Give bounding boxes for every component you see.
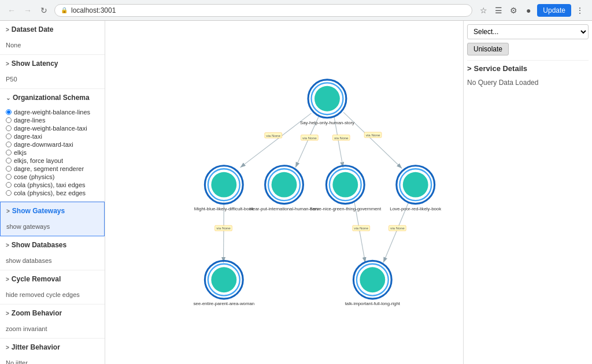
- radio-dagre-downward-taxi[interactable]: [6, 142, 12, 147]
- radio-cola-bez[interactable]: [6, 190, 12, 196]
- node-n4-inner[interactable]: [403, 172, 428, 198]
- zoom-behavior-value: zoom invariant: [6, 324, 99, 333]
- url-text: localhost:3001: [71, 6, 116, 14]
- address-bar: 🔒 localhost:3001: [54, 4, 472, 17]
- show-latency-section: > Show Latency P50: [0, 55, 105, 89]
- node-n5-label: see-entire-parent-area-woman: [193, 301, 254, 306]
- radio-elkjs[interactable]: [6, 150, 12, 155]
- zoom-behavior-content: zoom invariant: [0, 322, 105, 338]
- unisolate-button[interactable]: Unisolate: [467, 43, 509, 55]
- bookmark-icon[interactable]: ☆: [477, 4, 490, 17]
- zoom-behavior-header[interactable]: > Zoom Behavior: [0, 304, 105, 322]
- node-n6-label: talk-important-full-long-right: [345, 301, 401, 306]
- sidebar: > Dataset Date None > Show Latency P50 ⌄…: [0, 21, 105, 364]
- radio-item-cose[interactable]: cose (physics): [6, 173, 99, 180]
- extensions-icon[interactable]: ⚙: [507, 4, 520, 17]
- back-button[interactable]: ←: [6, 5, 17, 16]
- radio-item-cola-taxi[interactable]: cola (physics), taxi edges: [6, 181, 99, 188]
- radio-dagre-segment[interactable]: [6, 166, 12, 172]
- show-gateways-header[interactable]: > Show Gateways: [1, 202, 104, 220]
- service-details-label: Service Details: [474, 64, 528, 73]
- node-root-inner[interactable]: [314, 86, 340, 112]
- node-n2-inner[interactable]: [272, 172, 297, 198]
- jitter-behavior-content: No jitter: [0, 356, 105, 364]
- radio-dagre-lines[interactable]: [6, 117, 12, 123]
- radio-item-cola-bez[interactable]: cola (physics), bez edges: [6, 190, 99, 196]
- show-gateways-content: show gateways: [1, 220, 104, 236]
- lock-icon: 🔒: [61, 7, 68, 13]
- radio-item-dagre-weight-balance-lines[interactable]: dagre-weight-balance-lines: [6, 109, 99, 116]
- node-n1-label: Might-blue-likely-difficult-book: [194, 206, 254, 211]
- edge-label-root-n1: via None: [266, 133, 280, 138]
- radio-item-elkjs[interactable]: elkjs: [6, 149, 99, 156]
- cycle-removal-content: hide removed cycle edges: [0, 288, 105, 304]
- node-n3-inner[interactable]: [332, 172, 358, 198]
- radio-dagre-taxi[interactable]: [6, 133, 12, 139]
- jitter-behavior-section: > Jitter Behavior No jitter: [0, 339, 105, 364]
- cycle-removal-arrow: >: [6, 276, 9, 283]
- profile-icon[interactable]: ●: [522, 4, 535, 17]
- jitter-behavior-arrow: >: [6, 344, 9, 351]
- radio-elkjs-force[interactable]: [6, 158, 12, 164]
- show-latency-value: P50: [6, 75, 99, 84]
- dataset-date-arrow: >: [6, 27, 9, 33]
- org-schema-content: dagre-weight-balance-lines dagre-lines d…: [0, 106, 105, 201]
- org-schema-label: Organizational Schema: [13, 94, 90, 102]
- graph-area[interactable]: via None via None via None via None via …: [105, 21, 464, 364]
- forward-button[interactable]: →: [22, 5, 34, 16]
- no-query-data-text: No Query Data Loaded: [467, 76, 589, 89]
- show-gateways-label: Show Gateways: [12, 207, 65, 215]
- reload-button[interactable]: ↻: [38, 5, 50, 16]
- zoom-behavior-section: > Zoom Behavior zoom invariant: [0, 304, 105, 339]
- service-details-header[interactable]: > Service Details: [467, 60, 589, 76]
- update-button[interactable]: Update: [537, 4, 571, 17]
- radio-item-dagre-taxi[interactable]: dagre-taxi: [6, 133, 99, 140]
- show-latency-content: P50: [0, 72, 105, 88]
- node-n1-inner[interactable]: [211, 172, 236, 198]
- browser-chrome: ← → ↻ 🔒 localhost:3001 ☆ ☰ ⚙ ● Update ⋮: [0, 0, 592, 21]
- dataset-date-label: Dataset Date: [12, 25, 54, 34]
- node-n6-inner[interactable]: [360, 267, 385, 292]
- org-schema-section: ⌄ Organizational Schema dagre-weight-bal…: [0, 89, 105, 202]
- node-n5-inner[interactable]: [211, 267, 236, 292]
- org-schema-header[interactable]: ⌄ Organizational Schema: [0, 89, 105, 106]
- radio-item-dagre-weight-balance-taxi[interactable]: dagre-weight-balance-taxi: [6, 125, 99, 132]
- edge-label-n1-n5: via None: [216, 226, 231, 230]
- zoom-behavior-label: Zoom Behavior: [12, 309, 62, 317]
- show-gateways-arrow: >: [6, 208, 10, 214]
- edge-label-root-n4: via None: [366, 133, 380, 137]
- jitter-behavior-value: No jitter: [6, 358, 99, 364]
- graph-svg: via None via None via None via None via …: [105, 21, 463, 364]
- radio-item-dagre-segment[interactable]: dagre, segment renderer: [6, 165, 99, 172]
- radio-item-dagre-downward-taxi[interactable]: dagre-downward-taxi: [6, 141, 99, 148]
- node-n4-label: Love-poor-red-likely-book: [390, 206, 441, 211]
- show-latency-arrow: >: [6, 61, 9, 67]
- jitter-behavior-header[interactable]: > Jitter Behavior: [0, 339, 105, 356]
- radio-cose[interactable]: [6, 174, 12, 180]
- show-latency-label: Show Latency: [12, 60, 58, 68]
- show-databases-header[interactable]: > Show Databases: [0, 236, 105, 254]
- star-icon[interactable]: ☰: [492, 4, 505, 17]
- menu-icon[interactable]: ⋮: [574, 4, 586, 17]
- dataset-date-section: > Dataset Date None: [0, 21, 105, 55]
- show-databases-content: show databases: [0, 254, 105, 270]
- radio-cola-taxi[interactable]: [6, 182, 12, 188]
- radio-item-dagre-lines[interactable]: dagre-lines: [6, 117, 99, 124]
- show-databases-section: > Show Databases show databases: [0, 236, 105, 270]
- dataset-date-content: None: [0, 38, 105, 54]
- edge-label-n4-n6: via None: [390, 226, 405, 230]
- cycle-removal-header[interactable]: > Cycle Removal: [0, 270, 105, 288]
- cycle-removal-section: > Cycle Removal hide removed cycle edges: [0, 270, 105, 304]
- show-gateways-value: show gateways: [6, 222, 98, 231]
- show-latency-header[interactable]: > Show Latency: [0, 55, 105, 72]
- edge-label-n3-n6: via None: [354, 226, 368, 230]
- dataset-date-header[interactable]: > Dataset Date: [0, 21, 105, 38]
- org-schema-radio-group: dagre-weight-balance-lines dagre-lines d…: [6, 109, 99, 196]
- radio-dagre-weight-balance-lines[interactable]: [6, 109, 12, 115]
- radio-item-elkjs-force[interactable]: elkjs, force layout: [6, 157, 99, 164]
- radio-dagre-weight-balance-taxi[interactable]: [6, 125, 12, 131]
- service-select[interactable]: Select...: [467, 24, 589, 39]
- right-panel: Select... Unisolate > Service Details No…: [464, 21, 592, 364]
- cycle-removal-label: Cycle Removal: [12, 275, 61, 283]
- cycle-removal-value: hide removed cycle edges: [6, 290, 99, 299]
